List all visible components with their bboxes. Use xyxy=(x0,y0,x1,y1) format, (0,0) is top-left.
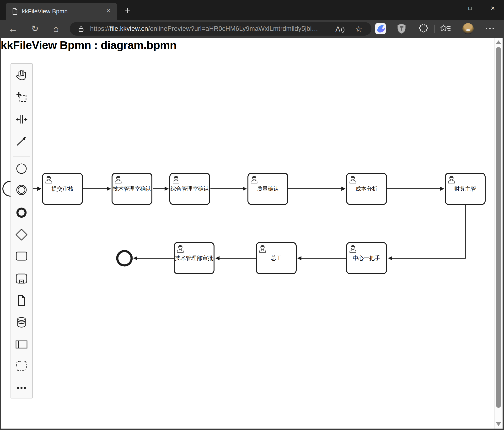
profile-avatar[interactable] xyxy=(462,23,474,34)
flow-t6-t7 xyxy=(389,205,465,258)
end-event[interactable] xyxy=(117,251,132,265)
task-node[interactable]: 中心一把手 xyxy=(346,242,387,274)
user-task-icon xyxy=(349,244,357,253)
scrollbar-up-icon[interactable] xyxy=(496,40,501,44)
window-maximize-button[interactable]: □ xyxy=(462,2,478,14)
task-label: 技术管理部审批 xyxy=(175,254,213,262)
extension-bird-button[interactable] xyxy=(375,23,387,35)
space-tool-icon[interactable] xyxy=(15,113,28,126)
url-path: /onlinePreview?url=aHR0cHM6Ly9maWxlLmtrd… xyxy=(148,25,318,32)
task-label: 财务主管 xyxy=(454,185,476,193)
user-task-icon xyxy=(114,175,123,184)
url-scheme: https:// xyxy=(90,25,110,32)
user-task-icon xyxy=(349,175,357,184)
user-task-icon xyxy=(172,175,180,184)
home-button[interactable]: ⌂ xyxy=(49,22,63,36)
extension-shield-button[interactable] xyxy=(396,23,407,35)
task-node[interactable]: 综合管理室确认 xyxy=(169,173,210,205)
user-task-icon xyxy=(176,244,185,253)
scrollbar-down-icon[interactable] xyxy=(496,422,501,426)
refresh-button[interactable]: ↻ xyxy=(28,22,42,36)
read-aloud-button[interactable]: A xyxy=(335,24,345,34)
task-node[interactable]: 总工 xyxy=(256,242,297,274)
more-tools-icon[interactable] xyxy=(15,382,28,394)
create-gateway-icon[interactable] xyxy=(15,228,28,241)
task-label: 综合管理室确认 xyxy=(171,185,209,193)
task-node[interactable]: 质量确认 xyxy=(247,173,288,205)
bpmn-palette xyxy=(10,63,33,398)
task-label: 技术管理室确认 xyxy=(113,185,151,193)
task-label: 质量确认 xyxy=(257,185,279,193)
window-edge-left xyxy=(0,38,1,430)
user-task-icon xyxy=(447,175,456,184)
hand-tool-icon[interactable] xyxy=(15,69,28,82)
create-end-event-icon[interactable] xyxy=(15,206,28,219)
task-node[interactable]: 技术管理部审批 xyxy=(174,242,215,274)
user-task-icon xyxy=(258,244,267,253)
task-node[interactable]: 提交审核 xyxy=(42,173,83,205)
window-edge-bottom xyxy=(0,429,504,430)
task-node[interactable]: 技术管理室确认 xyxy=(112,173,153,205)
read-aloud-letter: A xyxy=(335,25,340,34)
tab-close-icon[interactable]: × xyxy=(104,6,113,16)
read-aloud-waves-icon xyxy=(340,25,345,34)
page-document-icon xyxy=(12,8,18,15)
create-group-icon[interactable] xyxy=(15,359,28,372)
browser-tab[interactable]: kkFileView Bpmn × xyxy=(6,3,117,20)
collections-button[interactable] xyxy=(440,23,451,35)
create-data-object-icon[interactable] xyxy=(15,294,28,307)
extensions-puzzle-button[interactable] xyxy=(417,23,429,35)
global-connect-tool-icon[interactable] xyxy=(15,135,28,148)
task-node[interactable]: 成本分析 xyxy=(346,173,387,205)
task-label: 中心一把手 xyxy=(353,254,380,262)
favorite-star-button[interactable]: ☆ xyxy=(355,24,362,34)
create-start-event-icon[interactable] xyxy=(15,162,28,175)
back-button[interactable]: ← xyxy=(6,22,20,36)
task-label: 成本分析 xyxy=(356,185,378,193)
task-node[interactable]: 财务主管 xyxy=(445,173,486,205)
lock-icon xyxy=(78,26,84,32)
create-subprocess-icon[interactable] xyxy=(15,272,28,285)
bpmn-canvas xyxy=(0,0,504,430)
url-text: https://file.kkview.cn/onlinePreview?url… xyxy=(90,25,318,33)
url-host: file.kkview.cn xyxy=(110,25,148,32)
browser-toolbar: ← ↻ ⌂ https://file.kkview.cn/onlinePrevi… xyxy=(0,20,504,38)
address-bar[interactable]: https://file.kkview.cn/onlinePreview?url… xyxy=(70,22,371,36)
task-label: 总工 xyxy=(271,254,282,262)
create-task-icon[interactable] xyxy=(15,250,28,262)
create-participant-icon[interactable] xyxy=(15,338,28,351)
user-task-icon xyxy=(45,175,53,184)
scrollbar-thumb[interactable] xyxy=(496,47,501,408)
window-minimize-button[interactable]: − xyxy=(441,2,458,14)
window-edge-right xyxy=(503,38,504,430)
create-intermediate-event-icon[interactable] xyxy=(15,183,28,196)
palette-separator xyxy=(13,156,30,157)
user-task-icon xyxy=(250,175,259,184)
task-label: 提交审核 xyxy=(52,185,73,193)
titlebar: kkFileView Bpmn × + − □ × xyxy=(0,0,504,20)
lasso-tool-icon[interactable] xyxy=(15,90,28,103)
new-tab-button[interactable]: + xyxy=(121,5,134,18)
toolbar-divider xyxy=(434,25,435,33)
create-data-store-icon[interactable] xyxy=(15,316,28,329)
page-title: kkFileView Bpmn : diagram.bpmn xyxy=(1,38,177,52)
tab-title: kkFileView Bpmn xyxy=(22,8,68,15)
settings-menu-button[interactable] xyxy=(484,23,496,35)
browser-window: kkFileView Bpmn × + − □ × ← ↻ ⌂ https://… xyxy=(0,0,504,430)
window-close-button[interactable]: × xyxy=(484,2,501,14)
